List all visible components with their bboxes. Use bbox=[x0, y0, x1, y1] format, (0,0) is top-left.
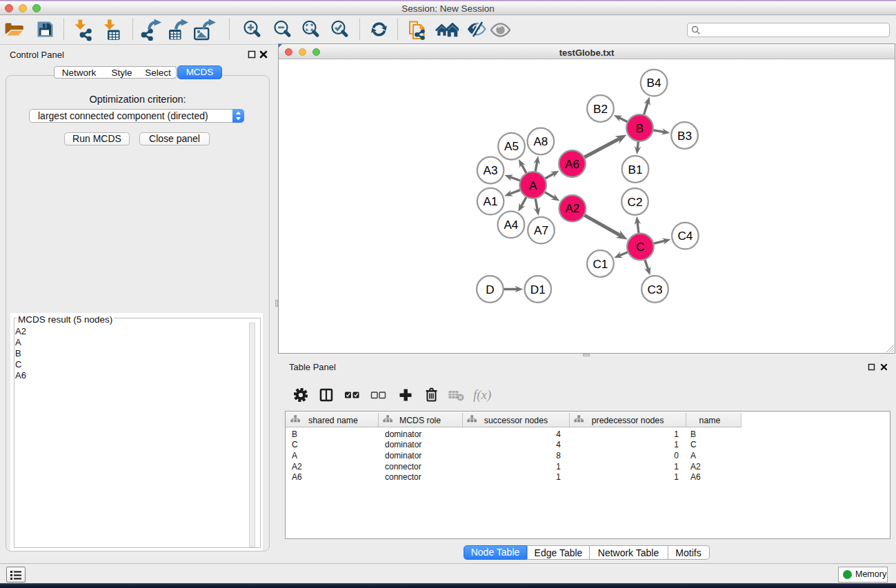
svg-text:C2: C2 bbox=[627, 194, 642, 208]
svg-text:A6: A6 bbox=[564, 156, 579, 170]
svg-text:A7: A7 bbox=[533, 223, 548, 237]
svg-text:A8: A8 bbox=[533, 134, 548, 148]
svg-text:A5: A5 bbox=[504, 139, 518, 153]
svg-text:B4: B4 bbox=[646, 76, 661, 90]
svg-text:A1: A1 bbox=[483, 194, 497, 208]
svg-text:D1: D1 bbox=[530, 282, 545, 296]
svg-text:A3: A3 bbox=[483, 163, 497, 177]
svg-text:A2: A2 bbox=[565, 201, 579, 215]
svg-text:B1: B1 bbox=[628, 162, 642, 176]
svg-text:C4: C4 bbox=[677, 229, 693, 243]
svg-text:C1: C1 bbox=[593, 256, 608, 270]
svg-text:B3: B3 bbox=[677, 128, 691, 142]
svg-text:D: D bbox=[486, 282, 494, 296]
svg-text:B2: B2 bbox=[593, 101, 607, 115]
svg-text:A: A bbox=[528, 178, 537, 192]
svg-text:B: B bbox=[635, 121, 643, 134]
svg-text:A4: A4 bbox=[504, 217, 518, 231]
svg-text:C: C bbox=[636, 240, 644, 254]
svg-text:C3: C3 bbox=[647, 282, 662, 296]
